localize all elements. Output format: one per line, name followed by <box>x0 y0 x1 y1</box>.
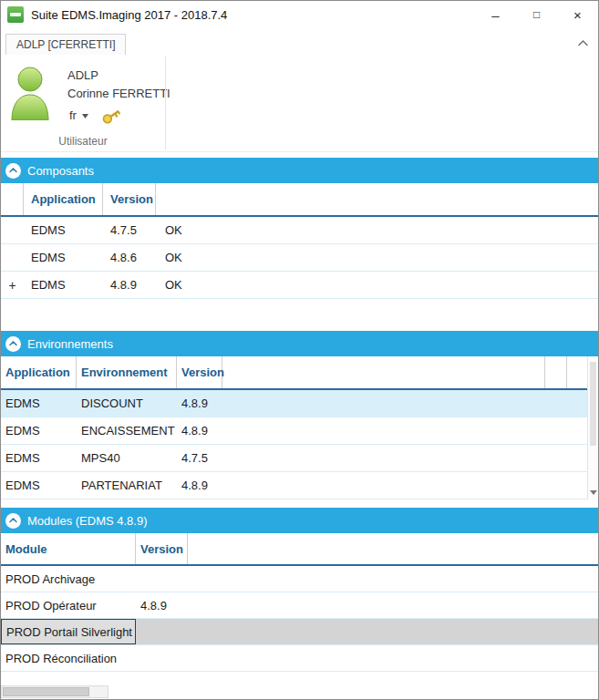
table-row-selected[interactable]: PROD Portail Silverlight <box>1 619 598 645</box>
row-expander-plus[interactable]: + <box>1 272 24 298</box>
environnements-header-row: Application Environnement Version <box>1 356 598 390</box>
table-row[interactable]: PROD Réconciliation <box>1 645 598 672</box>
table-row[interactable]: EDMS MPS40 4.7.5 <box>1 445 598 472</box>
app-icon <box>7 6 24 23</box>
composants-table: Application Version EDMS 4.7.5 OK EDMS 4… <box>1 183 598 299</box>
app-window: Suite EDMS.Imaging 2017 - 2018.7.4 – □ ×… <box>0 0 599 700</box>
ribbon-collapse-button[interactable] <box>573 35 592 51</box>
column-header-version[interactable]: Version <box>177 356 222 388</box>
cell-application: EDMS <box>1 472 77 499</box>
maximize-button[interactable]: □ <box>516 1 557 28</box>
column-header-filler <box>222 356 545 388</box>
app-icon-glyph <box>10 13 21 16</box>
collapse-environnements-button[interactable] <box>5 336 21 352</box>
user-avatar-icon <box>9 66 51 120</box>
cell-version <box>136 619 188 644</box>
cell-status: OK <box>156 272 598 298</box>
cell-application: EDMS <box>24 272 103 298</box>
cell-module: PROD Opérateur <box>1 592 136 618</box>
scroll-down-button[interactable] <box>588 487 598 499</box>
modules-table: Module Version PROD Archivage PROD Opéra… <box>1 533 598 672</box>
tab-label: ADLP [CFERRETTI] <box>16 38 115 51</box>
cell-filler <box>188 592 598 618</box>
column-header-application[interactable]: Application <box>24 183 103 215</box>
ribbon-group-label: Utilisateur <box>1 135 165 148</box>
cell-version: 4.8.9 <box>177 472 222 499</box>
collapse-modules-button[interactable] <box>5 513 21 529</box>
cell-environnement: MPS40 <box>77 445 177 471</box>
cell-filler <box>222 472 598 499</box>
table-row[interactable]: PROD Opérateur 4.8.9 <box>1 592 598 619</box>
cell-module: PROD Archivage <box>1 566 136 592</box>
cell-version: 4.7.5 <box>103 217 156 243</box>
scrollbar-thumb[interactable] <box>590 362 596 446</box>
row-expander[interactable] <box>1 217 24 243</box>
cell-version: 4.8.9 <box>136 592 188 618</box>
cell-environnement: ENCAISSEMENT <box>77 417 177 444</box>
person-icon <box>9 66 51 120</box>
cell-filler <box>188 645 598 671</box>
cell-filler <box>222 390 598 417</box>
chevron-up-icon <box>9 168 17 173</box>
chevron-down-icon <box>590 490 597 495</box>
column-header-module[interactable]: Module <box>1 533 136 564</box>
column-header-environnement[interactable]: Environnement <box>77 356 177 388</box>
cell-filler <box>188 566 598 592</box>
password-key-button[interactable] <box>99 105 124 128</box>
section-header-composants: Composants <box>1 158 598 183</box>
cell-environnement: DISCOUNT <box>77 390 177 417</box>
key-icon <box>99 105 124 128</box>
cell-status: OK <box>156 244 598 271</box>
table-row[interactable]: EDMS ENCAISSEMENT 4.8.9 <box>1 417 598 445</box>
horizontal-scrollbar[interactable] <box>1 685 108 698</box>
environnements-table: Application Environnement Version EDMS D… <box>1 356 598 499</box>
column-header-expander <box>1 183 24 215</box>
user-name: Corinne FERRETTI <box>67 85 170 103</box>
language-value: fr <box>69 107 77 125</box>
composants-header-row: Application Version <box>1 183 598 217</box>
cell-version: 4.7.5 <box>177 445 222 471</box>
cell-version <box>136 645 188 671</box>
column-header-filler <box>188 533 598 564</box>
chevron-down-icon <box>82 114 88 118</box>
cell-module-focused[interactable]: PROD Portail Silverlight <box>1 619 136 644</box>
row-expander[interactable] <box>1 244 24 271</box>
ribbon-tab-strip: ADLP [CFERRETTI] <box>1 28 598 55</box>
section-header-environnements: Environnements <box>1 331 598 356</box>
language-select[interactable]: fr <box>67 106 90 126</box>
table-row[interactable]: EDMS 4.8.6 OK <box>1 244 598 272</box>
vertical-scrollbar[interactable] <box>587 356 598 499</box>
table-row[interactable]: EDMS 4.7.5 OK <box>1 217 598 244</box>
column-header-status <box>156 183 598 215</box>
chevron-up-icon <box>9 341 17 346</box>
cell-environnement: PARTENARIAT <box>77 472 177 499</box>
section-title-environnements: Environnements <box>27 337 113 351</box>
language-row: fr <box>67 106 170 126</box>
column-header-version[interactable]: Version <box>136 533 188 564</box>
close-button[interactable]: × <box>557 1 598 28</box>
cell-module: PROD Réconciliation <box>1 645 136 671</box>
column-header-extra-1 <box>545 356 567 388</box>
cell-application: EDMS <box>1 445 77 471</box>
cell-application: EDMS <box>24 217 103 243</box>
cell-filler <box>222 445 598 471</box>
cell-version: 4.8.9 <box>177 390 222 417</box>
user-info-block: ADLP Corinne FERRETTI fr <box>67 67 170 126</box>
scrollbar-thumb[interactable] <box>3 687 89 696</box>
table-row[interactable]: EDMS PARTENARIAT 4.8.9 <box>1 472 598 499</box>
table-row-selected[interactable]: EDMS DISCOUNT 4.8.9 <box>1 390 598 417</box>
collapse-composants-button[interactable] <box>5 163 21 179</box>
table-row[interactable]: + EDMS 4.8.9 OK <box>1 272 598 299</box>
column-header-version[interactable]: Version <box>103 183 156 215</box>
chevron-up-icon <box>578 40 588 46</box>
tab-adlp[interactable]: ADLP [CFERRETTI] <box>5 34 126 55</box>
table-row[interactable]: PROD Archivage <box>1 566 598 592</box>
ribbon-panel: ADLP Corinne FERRETTI fr Utilisateur <box>1 55 598 152</box>
cell-application: EDMS <box>24 244 103 271</box>
cell-version: 4.8.6 <box>103 244 156 271</box>
column-header-application[interactable]: Application <box>1 356 77 388</box>
minimize-button[interactable]: – <box>475 1 516 28</box>
section-title-composants: Composants <box>27 164 94 178</box>
group-separator <box>165 57 166 149</box>
titlebar: Suite EDMS.Imaging 2017 - 2018.7.4 – □ × <box>1 1 598 28</box>
